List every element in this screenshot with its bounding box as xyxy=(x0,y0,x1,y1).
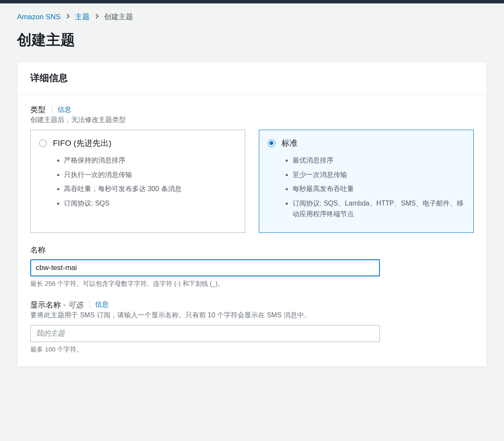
type-description: 创建主题后，无法修改主题类型 xyxy=(30,116,474,125)
standard-bullet: 最优消息排序 xyxy=(293,155,465,166)
radio-card-standard[interactable]: 标准 最优消息排序 至少一次消息传输 每秒最高发布吞吐量 订阅协议: SQS、L… xyxy=(259,130,474,233)
details-panel: 详细信息 类型 信息 创建主题后，无法修改主题类型 FIFO (先进先出) xyxy=(17,62,487,367)
type-radio-cards: FIFO (先进先出) 严格保持的消息排序 只执行一次的消息传输 高吞吐量，每秒… xyxy=(30,130,474,233)
standard-bullets: 最优消息排序 至少一次消息传输 每秒最高发布吞吐量 订阅协议: SQS、Lamb… xyxy=(268,155,465,220)
type-info-link[interactable]: 信息 xyxy=(52,105,71,114)
page-title: 创建主题 xyxy=(17,30,487,50)
fifo-bullets: 严格保持的消息排序 只执行一次的消息传输 高吞吐量，每秒可发布多达 300 条消… xyxy=(39,155,236,209)
fifo-bullet: 订阅协议: SQS xyxy=(64,198,236,209)
panel-body: 类型 信息 创建主题后，无法修改主题类型 FIFO (先进先出) 严格保持的消息… xyxy=(17,94,487,366)
panel-header-text: 详细信息 xyxy=(30,72,474,84)
fifo-bullet: 只执行一次的消息传输 xyxy=(64,169,236,180)
radio-icon xyxy=(39,139,47,147)
type-field-group: 类型 信息 创建主题后，无法修改主题类型 FIFO (先进先出) 严格保持的消息… xyxy=(30,104,474,233)
page-container: Amazon SNS 主题 创建主题 创建主题 详细信息 类型 信息 创建主题后… xyxy=(0,3,504,384)
type-label-row: 类型 信息 xyxy=(30,104,474,115)
fifo-bullet: 严格保持的消息排序 xyxy=(64,155,236,166)
top-bar xyxy=(0,0,504,3)
fifo-bullet: 高吞吐量，每秒可发布多达 300 条消息 xyxy=(64,183,236,194)
type-label: 类型 xyxy=(30,104,46,115)
display-name-field-group: 显示名称 - 可选 信息 要将此主题用于 SMS 订阅，请输入一个显示名称。只有… xyxy=(30,300,474,354)
radio-title-standard: 标准 xyxy=(281,138,298,149)
radio-icon xyxy=(268,139,275,147)
radio-title-fifo: FIFO (先进先出) xyxy=(53,138,111,149)
display-name-info-link[interactable]: 信息 xyxy=(89,300,109,309)
chevron-right-icon xyxy=(66,13,70,20)
breadcrumb-current: 创建主题 xyxy=(104,12,133,22)
standard-bullet: 订阅协议: SQS、Lambda、HTTP、SMS、电子邮件、移动应用程序终端节… xyxy=(293,198,465,220)
standard-bullet: 至少一次消息传输 xyxy=(293,169,465,180)
display-name-optional: - 可选 xyxy=(63,301,83,309)
radio-card-fifo[interactable]: FIFO (先进先出) 严格保持的消息排序 只执行一次的消息传输 高吞吐量，每秒… xyxy=(30,130,245,233)
panel-header: 详细信息 xyxy=(17,62,487,94)
name-label-row: 名称 xyxy=(30,245,474,255)
display-name-input[interactable] xyxy=(30,325,380,342)
display-name-label-row: 显示名称 - 可选 信息 xyxy=(30,300,474,310)
breadcrumb: Amazon SNS 主题 创建主题 xyxy=(17,3,487,30)
chevron-right-icon xyxy=(95,13,99,20)
name-field-group: 名称 最长 256 个字符。可以包含字母数字字符、连字符 (-) 和下划线 (_… xyxy=(30,245,474,288)
standard-bullet: 每秒最高发布吞吐量 xyxy=(293,183,465,194)
display-name-hint: 最多 100 个字符。 xyxy=(30,345,474,354)
display-name-label: 显示名称 - 可选 xyxy=(30,300,83,310)
name-label: 名称 xyxy=(30,245,46,255)
name-input[interactable] xyxy=(30,259,380,276)
breadcrumb-link-sns[interactable]: Amazon SNS xyxy=(17,13,61,21)
name-hint: 最长 256 个字符。可以包含字母数字字符、连字符 (-) 和下划线 (_)。 xyxy=(30,280,474,288)
breadcrumb-link-topics[interactable]: 主题 xyxy=(75,12,90,22)
display-name-description: 要将此主题用于 SMS 订阅，请输入一个显示名称。只有前 10 个字符会显示在 … xyxy=(30,311,474,320)
